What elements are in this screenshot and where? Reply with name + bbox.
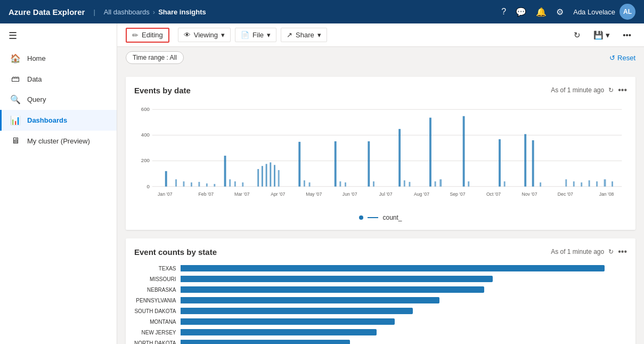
svg-rect-35 [409, 182, 410, 187]
svg-rect-47 [573, 181, 575, 187]
svg-text:Nov '07: Nov '07 [521, 191, 537, 197]
avatar: AL [619, 4, 635, 20]
svg-rect-19 [257, 169, 259, 187]
breadcrumb-current: Share insights [158, 8, 206, 16]
reset-icon: ↺ [609, 54, 615, 62]
editing-box[interactable]: ✏ Editing [126, 28, 169, 43]
breadcrumb: All dashboards › Share insights [104, 8, 495, 16]
bar-north-dakota [181, 340, 350, 344]
svg-rect-21 [266, 164, 267, 186]
chat-icon[interactable]: 💬 [516, 7, 526, 17]
legend-line [368, 217, 378, 218]
sidebar-item-query[interactable]: 🔍 Query [0, 89, 117, 110]
sidebar-item-data-label: Data [27, 75, 42, 83]
svg-rect-33 [398, 129, 401, 187]
user-menu[interactable]: Ada Lovelace AL [573, 4, 635, 20]
svg-rect-45 [540, 182, 541, 187]
svg-text:Feb '07: Feb '07 [199, 191, 214, 197]
svg-rect-43 [524, 134, 526, 186]
svg-text:Jan '07: Jan '07 [158, 191, 173, 197]
chart-more-icon[interactable]: ••• [618, 85, 627, 95]
viewing-label: Viewing [194, 31, 218, 39]
sidebar-item-home-label: Home [27, 54, 46, 62]
svg-text:Mar '07: Mar '07 [234, 191, 250, 197]
svg-rect-52 [612, 181, 613, 187]
hamburger-menu[interactable]: ☰ [0, 23, 117, 48]
svg-text:Apr '07: Apr '07 [271, 191, 285, 197]
bar-pennsylvania [181, 297, 439, 303]
svg-rect-11 [191, 182, 192, 187]
pencil-icon: ✏ [132, 31, 138, 39]
sidebar-item-dashboards-label: Dashboards [27, 116, 67, 124]
save-button[interactable]: 💾 ▾ [589, 28, 614, 43]
counts-more-icon[interactable]: ••• [618, 247, 627, 257]
svg-rect-14 [214, 184, 215, 187]
reset-area: ↺ Reset [609, 54, 635, 62]
cluster-icon: 🖥 [10, 136, 21, 146]
svg-rect-27 [309, 182, 311, 187]
state-labels: TEXAS MISSOURI NEBRASKA PENNSYLVANIA SOU… [134, 263, 181, 344]
dashboard-content: Events by date As of 1 minute ago ↻ ••• … [117, 68, 644, 344]
share-button[interactable]: ↗ Share ▾ [281, 28, 327, 42]
svg-text:0: 0 [147, 183, 150, 189]
refresh-button[interactable]: ↻ [569, 28, 585, 43]
bar-row-montana [181, 316, 627, 327]
breadcrumb-all-dashboards[interactable]: All dashboards [104, 8, 150, 16]
events-chart-legend: count_ [134, 214, 627, 221]
chart-meta-counts: As of 1 minute ago ↻ ••• [551, 247, 627, 257]
svg-rect-48 [581, 182, 582, 187]
file-icon: 📄 [241, 31, 249, 39]
more-options-button[interactable]: ••• [618, 28, 635, 42]
toolbar: ✏ Editing 👁 Viewing ▾ 📄 File ▾ ↗ Share ▾… [117, 23, 644, 47]
content-area: ✏ Editing 👁 Viewing ▾ 📄 File ▾ ↗ Share ▾… [117, 23, 644, 344]
sidebar-item-cluster[interactable]: 🖥 My cluster (Preview) [0, 131, 117, 151]
editing-label: Editing [142, 31, 163, 39]
bar-row-new-jersey [181, 327, 627, 338]
sidebar-item-data[interactable]: 🗃 Data [0, 69, 117, 89]
state-label-pennsylvania: PENNSYLVANIA [134, 295, 176, 306]
svg-rect-9 [175, 179, 177, 186]
svg-text:600: 600 [141, 106, 150, 112]
svg-rect-32 [373, 181, 374, 187]
svg-rect-38 [439, 179, 442, 186]
sidebar-item-dashboards[interactable]: 📊 Dashboards [0, 110, 117, 131]
sidebar-item-home[interactable]: 🏠 Home [0, 48, 117, 69]
notification-icon[interactable]: 🔔 [536, 7, 547, 17]
share-chevron-icon: ▾ [317, 31, 321, 39]
filter-bar: Time range : All ↺ Reset [117, 47, 644, 68]
event-counts-card: Event counts by state As of 1 minute ago… [126, 238, 635, 344]
counts-chart-title: Event counts by state [134, 247, 217, 257]
user-name: Ada Lovelace [573, 8, 615, 16]
events-meta-text: As of 1 minute ago [551, 86, 604, 94]
chevron-down-icon: ▾ [221, 31, 225, 39]
counts-refresh-icon[interactable]: ↻ [608, 248, 614, 255]
file-button[interactable]: 📄 File ▾ [235, 28, 276, 42]
svg-rect-13 [206, 183, 208, 187]
refresh-icon[interactable]: ↻ [608, 86, 614, 94]
viewing-button[interactable]: 👁 Viewing ▾ [178, 28, 231, 42]
svg-rect-16 [229, 179, 231, 186]
brand-title: Azure Data Explorer [9, 7, 85, 17]
svg-rect-41 [499, 139, 501, 187]
reset-button[interactable]: ↺ Reset [609, 54, 635, 62]
svg-rect-22 [270, 162, 271, 186]
state-bars [181, 263, 627, 344]
svg-rect-50 [596, 181, 598, 187]
svg-text:Sep '07: Sep '07 [450, 191, 465, 197]
settings-icon[interactable]: ⚙ [556, 7, 564, 17]
svg-rect-26 [304, 180, 305, 187]
share-label: Share [296, 31, 314, 39]
time-range-filter[interactable]: Time range : All [126, 51, 184, 64]
bar-montana [181, 318, 395, 325]
svg-rect-51 [604, 179, 606, 186]
bar-new-jersey [181, 329, 377, 335]
events-chart-container: 600 400 200 0 [134, 101, 627, 210]
svg-rect-18 [242, 182, 243, 187]
top-nav-icons: ? 💬 🔔 ⚙ Ada Lovelace AL [501, 4, 635, 20]
chart-header-events: Events by date As of 1 minute ago ↻ ••• [134, 85, 627, 95]
help-icon[interactable]: ? [501, 7, 506, 17]
svg-rect-8 [165, 171, 167, 187]
counts-meta-text: As of 1 minute ago [551, 248, 604, 255]
svg-rect-34 [404, 180, 405, 187]
svg-rect-17 [234, 181, 236, 187]
